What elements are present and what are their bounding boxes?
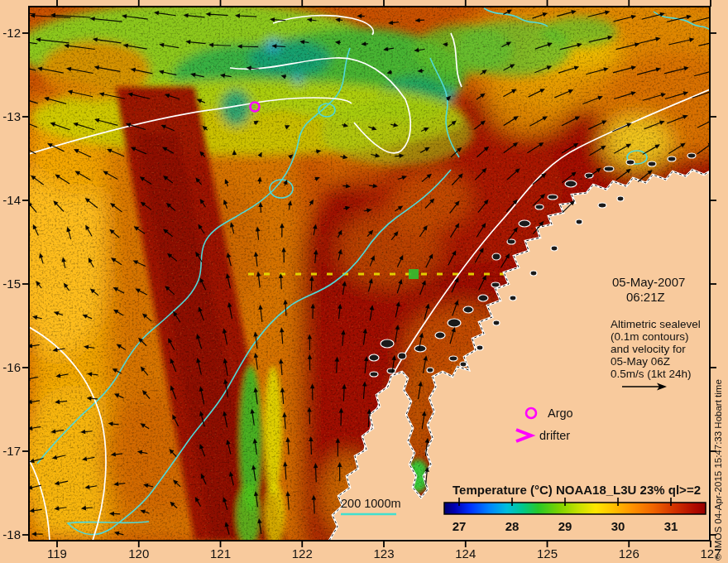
time-label: 06:21Z [626, 290, 665, 304]
svg-text:-13: -13 [2, 109, 21, 123]
svg-text:122: 122 [292, 546, 313, 561]
svg-text:121: 121 [210, 546, 231, 561]
drifter-legend-label: drifter [539, 429, 570, 442]
svg-text:125: 125 [537, 546, 558, 561]
svg-text:and velocity for: and velocity for [611, 343, 686, 355]
svg-text:124: 124 [455, 546, 476, 561]
svg-text:123: 123 [373, 546, 394, 561]
credit-vertical-text: © IMOS 04-Apr-2015 15:47:33 Hobart time [713, 379, 723, 561]
argo-legend-label: Argo [548, 407, 573, 420]
svg-text:Altimetric sealevel: Altimetric sealevel [611, 318, 701, 330]
svg-text:31: 31 [664, 519, 678, 533]
svg-text:-15: -15 [2, 277, 21, 291]
svg-text:-14: -14 [2, 193, 21, 207]
colorbar-title: Temperature (°C) NOAA18_L3U 23% ql>=2 [453, 483, 701, 497]
bathy-legend-label: 200 1000m [341, 497, 401, 510]
svg-text:(0.1m contours): (0.1m contours) [611, 330, 689, 343]
colorbar-bar [444, 503, 706, 514]
svg-text:30: 30 [611, 519, 625, 533]
svg-text:28: 28 [505, 519, 520, 533]
svg-text:126: 126 [619, 546, 639, 561]
svg-text:29: 29 [558, 519, 572, 533]
svg-text:120: 120 [128, 546, 149, 561]
svg-text:-12: -12 [2, 26, 21, 40]
svg-text:119: 119 [47, 546, 67, 561]
date-label: 05-May-2007 [612, 275, 685, 289]
svg-text:-16: -16 [2, 360, 21, 374]
figure-canvas: 119120121122123124125126127 -12-13-14-15… [0, 0, 728, 563]
svg-text:0.5m/s (1kt 24h): 0.5m/s (1kt 24h) [611, 368, 692, 380]
svg-text:27: 27 [453, 519, 467, 533]
svg-text:-17: -17 [2, 444, 21, 458]
svg-text:-18: -18 [2, 527, 21, 541]
sst-map-figure: 119120121122123124125126127 -12-13-14-15… [0, 0, 728, 563]
svg-text:05-May 06Z: 05-May 06Z [611, 355, 670, 368]
